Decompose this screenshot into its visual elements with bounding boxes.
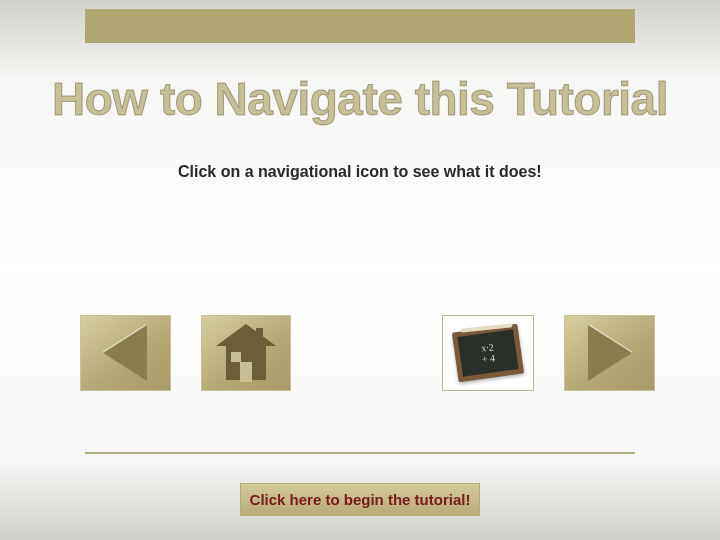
back-button[interactable] (80, 315, 171, 391)
chalkboard-button[interactable]: x·2 + 4 (442, 315, 534, 391)
divider-line (85, 452, 635, 454)
home-button[interactable] (201, 315, 292, 391)
forward-button[interactable] (564, 315, 655, 391)
begin-tutorial-button[interactable]: Click here to begin the tutorial! (240, 483, 480, 516)
chalkboard-icon: x·2 + 4 (445, 317, 531, 389)
page-title: How to Navigate this Tutorial (0, 72, 720, 126)
header-accent-bar (85, 9, 635, 43)
arrow-left-icon (103, 325, 147, 381)
instruction-text: Click on a navigational icon to see what… (178, 163, 542, 181)
home-icon (216, 324, 276, 382)
begin-tutorial-label: Click here to begin the tutorial! (250, 491, 471, 508)
arrow-right-icon (588, 325, 632, 381)
navigation-icon-row: x·2 + 4 (80, 315, 655, 391)
